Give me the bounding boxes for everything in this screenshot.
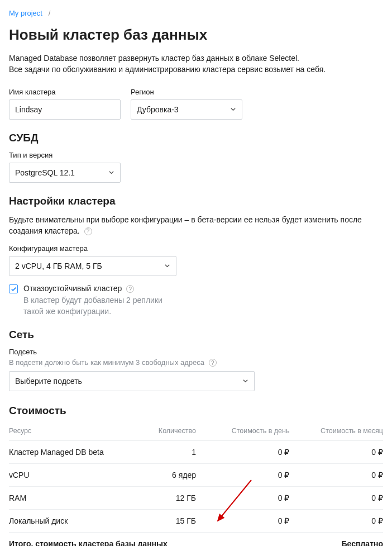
cluster-name-label: Имя кластера [9,88,121,96]
cell-month: 0 ₽ [289,441,383,464]
config-select[interactable]: 2 vCPU, 4 ГБ RAM, 5 ГБ [9,256,176,276]
chevron-down-icon [242,377,248,386]
ha-label: Отказоустойчивый кластер ? [23,284,180,293]
page-title: Новый кластер баз данных [9,26,383,44]
col-qty: Количество [136,424,196,441]
region-label: Регион [131,88,242,96]
pricing-table: Ресурс Количество Стоимость в день Стоим… [9,424,383,546]
cell-day: 0 ₽ [196,487,290,510]
cell-qty: 15 ГБ [136,510,196,533]
page-subtitle: Managed Database позволяет развернуть кл… [9,53,383,75]
cell-qty: 12 ГБ [136,487,196,510]
cell-month: 0 ₽ [289,464,383,487]
breadcrumb: My project / [9,9,383,17]
cell-qty: 1 [136,441,196,464]
help-icon[interactable]: ? [209,359,217,367]
total-label: Итого, стоимость кластера базы данных [9,533,289,546]
breadcrumb-sep: / [49,9,51,17]
settings-heading: Настройки кластера [9,195,383,207]
table-row: Кластер Managed DB beta10 ₽0 ₽ [9,441,383,464]
cell-day: 0 ₽ [196,464,290,487]
breadcrumb-project-link[interactable]: My project [9,9,42,17]
network-heading: Сеть [9,329,383,341]
ha-checkbox[interactable] [9,284,18,293]
pricing-heading: Стоимость [9,405,383,417]
cell-month: 0 ₽ [289,510,383,533]
cell-month: 0 ₽ [289,487,383,510]
total-value: Бесплатно [289,533,383,546]
cell-resource: RAM [9,487,136,510]
dbms-label: Тип и версия [9,151,383,159]
chevron-down-icon [164,262,170,270]
cluster-name-input[interactable]: Lindsay [9,99,121,120]
help-icon[interactable]: ? [126,285,134,293]
subnet-label: Подсеть [9,348,383,356]
subnet-hint: В подсети должно быть как минимум 3 своб… [9,358,383,367]
cell-day: 0 ₽ [196,510,290,533]
col-day: Стоимость в день [196,424,290,441]
ha-sub: В кластер будут добавлены 2 реплики тако… [23,295,180,317]
chevron-down-icon [230,105,236,114]
cell-day: 0 ₽ [196,441,290,464]
cell-resource: Локальный диск [9,510,136,533]
dbms-select[interactable]: PostgreSQL 12.1 [9,163,121,183]
settings-note: Будьте внимательны при выборе конфигурац… [9,214,383,237]
table-row: RAM12 ГБ0 ₽0 ₽ [9,487,383,510]
chevron-down-icon [108,168,114,177]
col-month: Стоимость в месяц [289,424,383,441]
cell-qty: 6 ядер [136,464,196,487]
config-label: Конфигурация мастера [9,244,383,253]
region-select[interactable]: Дубровка-3 [131,99,242,120]
table-row: Локальный диск15 ГБ0 ₽0 ₽ [9,510,383,533]
table-row: vCPU6 ядер0 ₽0 ₽ [9,464,383,487]
help-icon[interactable]: ? [84,227,92,235]
cell-resource: Кластер Managed DB beta [9,441,136,464]
subnet-select[interactable]: Выберите подсеть [9,371,255,391]
cell-resource: vCPU [9,464,136,487]
col-resource: Ресурс [9,424,136,441]
dbms-heading: СУБД [9,132,383,144]
